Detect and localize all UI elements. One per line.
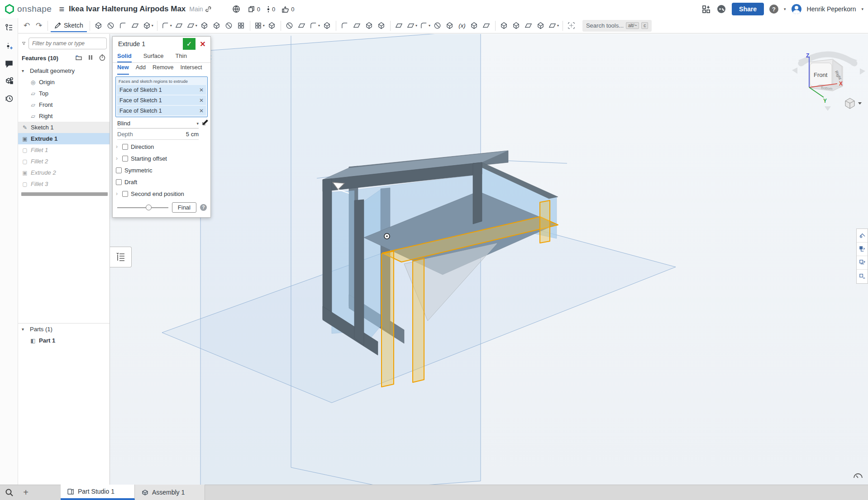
tree-item-extrude-2[interactable]: ▣ Extrude 2 xyxy=(18,167,110,178)
versions-stat[interactable]: 0 xyxy=(267,5,275,13)
tree-item-front-plane[interactable]: ▱ Front xyxy=(18,99,110,110)
share-button[interactable]: Share xyxy=(732,3,764,15)
confirm-button[interactable]: ✓ xyxy=(183,38,196,50)
sheet-metal-flat-button[interactable]: ▾ xyxy=(547,19,560,32)
tree-item-part-1[interactable]: ◧ Part 1 xyxy=(18,335,110,346)
custom-tables-panel-icon[interactable] xyxy=(857,256,868,270)
view-cube-front-label[interactable]: Front xyxy=(814,71,828,78)
split-button[interactable] xyxy=(296,19,308,32)
expand-chevron-icon[interactable]: › xyxy=(116,155,119,162)
filter-funnel-icon[interactable] xyxy=(22,40,26,47)
export-part-button[interactable] xyxy=(363,19,375,32)
dialog-help-icon[interactable]: ? xyxy=(200,204,207,211)
thicken-button[interactable]: ▾ xyxy=(142,19,154,32)
helix-button[interactable]: ▾ xyxy=(419,19,431,32)
op-new[interactable]: New xyxy=(117,64,129,75)
tab-part-studio-1[interactable]: Part Studio 1 xyxy=(61,485,135,500)
document-title[interactable]: Ikea Ivar Halterung Airpods Max xyxy=(69,5,186,14)
view-menu-caret-icon[interactable] xyxy=(858,102,862,105)
rib-button[interactable] xyxy=(199,19,210,32)
new-folder-icon[interactable] xyxy=(75,54,82,62)
rollback-bar[interactable] xyxy=(21,192,108,196)
face-selection-item[interactable]: Face of Sketch 1 ✕ xyxy=(117,106,206,115)
sheet-metal-corner-button[interactable] xyxy=(535,19,547,32)
feature-list-icon[interactable] xyxy=(0,21,18,34)
origin-marker[interactable] xyxy=(384,233,390,239)
collapse-caret-icon[interactable]: ▾ xyxy=(22,68,27,73)
parts-section-header[interactable]: ▾ Parts (1) xyxy=(18,324,110,335)
tab-solid[interactable]: Solid xyxy=(117,51,132,62)
public-globe-icon[interactable] xyxy=(231,4,241,14)
redo-button[interactable]: ↷ xyxy=(33,19,45,32)
slider-knob[interactable] xyxy=(146,205,152,210)
appearance-panel-icon[interactable] xyxy=(857,229,868,243)
op-remove[interactable]: Remove xyxy=(153,64,174,75)
undo-button[interactable]: ↶ xyxy=(21,19,33,32)
rollback-preview-slider[interactable] xyxy=(117,205,168,211)
tab-manager-icon[interactable] xyxy=(0,485,18,500)
move-face-button[interactable] xyxy=(339,19,351,32)
tree-item-top-plane[interactable]: ▱ Top xyxy=(18,88,110,99)
rotate-left-icon[interactable] xyxy=(792,67,797,74)
tab-surface[interactable]: Surface xyxy=(143,51,164,62)
configurations-panel-icon[interactable] xyxy=(857,243,868,256)
app-store-icon[interactable] xyxy=(701,4,711,14)
shell-button[interactable] xyxy=(211,19,223,32)
remove-face-icon[interactable]: ✕ xyxy=(199,87,204,93)
option-symmetric[interactable]: Symmetric xyxy=(113,164,210,176)
main-menu-icon[interactable]: ≡ xyxy=(59,4,64,14)
history-button[interactable] xyxy=(432,19,444,32)
op-add[interactable]: Add xyxy=(136,64,146,75)
delete-face-button[interactable] xyxy=(321,19,333,32)
loft-button[interactable] xyxy=(129,19,141,32)
revolve-button[interactable] xyxy=(105,19,117,32)
option-draft[interactable]: Draft xyxy=(113,176,210,188)
end-condition-dropdown[interactable]: Blind ▾ xyxy=(117,120,199,129)
collapse-caret-icon[interactable]: ▾ xyxy=(22,327,27,332)
offset-surface-button[interactable]: ▾ xyxy=(405,19,418,32)
boolean-button[interactable] xyxy=(284,19,296,32)
faces-selection-box[interactable]: Faces and sketch regions to extrude Face… xyxy=(115,76,208,117)
modify-fillet-button[interactable]: ▾ xyxy=(308,19,321,32)
direction-checkbox[interactable] xyxy=(122,144,128,150)
feature-list-flyout-button[interactable] xyxy=(110,247,132,267)
starting-offset-checkbox[interactable] xyxy=(122,156,128,162)
comments-icon[interactable] xyxy=(0,57,18,71)
rotate-right-icon[interactable] xyxy=(860,68,865,75)
draft-button[interactable]: ▾ xyxy=(186,19,198,32)
select-filter-button[interactable] xyxy=(566,19,577,32)
assembly-context-button[interactable] xyxy=(468,19,480,32)
user-name[interactable]: Henrik Peperkorn xyxy=(807,5,856,13)
tab-assembly-1[interactable]: Assembly 1 xyxy=(135,485,205,500)
history-clock-icon[interactable] xyxy=(0,91,18,105)
option-starting-offset[interactable]: › Starting offset xyxy=(113,152,210,164)
help-icon[interactable]: ? xyxy=(769,5,778,14)
branch-name[interactable]: Main xyxy=(189,5,203,13)
view-cube[interactable]: Front Right Bottom Z X Y xyxy=(787,43,868,118)
view-cube-bottom-label[interactable]: Bottom xyxy=(821,86,833,91)
draft-checkbox[interactable] xyxy=(116,179,122,185)
symmetric-checkbox[interactable] xyxy=(116,167,122,173)
rotate-down-icon[interactable] xyxy=(825,106,831,111)
tree-item-origin[interactable]: ◎ Origin xyxy=(18,76,110,88)
face-selection-item[interactable]: Face of Sketch 1 ✕ xyxy=(117,95,206,105)
copies-stat[interactable]: 0 xyxy=(248,5,260,13)
linear-pattern-button[interactable] xyxy=(235,19,247,32)
extrude-button[interactable] xyxy=(93,19,105,32)
view-cube-body[interactable]: Front Right Bottom xyxy=(809,59,843,91)
surface-plane-button[interactable] xyxy=(393,19,405,32)
tree-item-fillet-1[interactable]: ▢ Fillet 1 xyxy=(18,144,110,156)
expand-chevron-icon[interactable]: › xyxy=(116,190,119,197)
tree-item-extrude-1[interactable]: ▣ Extrude 1 xyxy=(18,133,110,144)
sheet-metal-joint-button[interactable] xyxy=(523,19,534,32)
second-end-checkbox[interactable] xyxy=(122,191,128,197)
view-menu-cube-icon[interactable] xyxy=(845,98,862,109)
sketch-button[interactable]: Sketch xyxy=(51,19,87,32)
option-second-end-position[interactable]: › Second end position xyxy=(113,188,210,200)
replace-face-button[interactable] xyxy=(351,19,363,32)
cancel-button[interactable]: ✕ xyxy=(197,38,208,50)
add-tab-button[interactable]: + xyxy=(18,485,33,500)
3d-scene[interactable]: Front xyxy=(110,34,868,485)
import-derived-button[interactable] xyxy=(444,19,456,32)
flip-direction-button[interactable] xyxy=(200,119,209,129)
